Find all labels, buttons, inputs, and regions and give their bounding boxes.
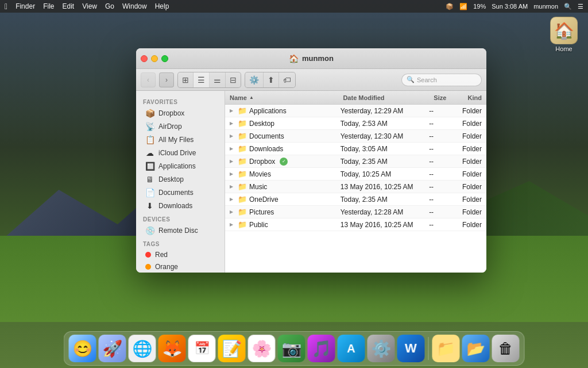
help-menu[interactable]: Help bbox=[155, 2, 169, 10]
username[interactable]: munmon bbox=[533, 3, 558, 10]
dropbox-menubar-icon[interactable]: 📦 bbox=[446, 3, 454, 10]
tag-dot-red bbox=[145, 252, 151, 258]
search-bar[interactable]: 🔍 Search bbox=[401, 74, 482, 86]
dock-facetime[interactable]: 📷 bbox=[278, 335, 305, 362]
file-kind: Folder bbox=[462, 170, 482, 178]
dock-chrome[interactable]: 🌐 bbox=[129, 335, 156, 362]
forward-button[interactable]: › bbox=[159, 72, 174, 87]
dock-photos[interactable]: 🌸 bbox=[248, 335, 276, 362]
dock-files[interactable]: 📁 bbox=[432, 335, 460, 362]
table-row[interactable]: ▶ 📁 Movies Today, 10:25 AM -- Folder bbox=[225, 168, 486, 181]
expand-arrow: ▶ bbox=[230, 197, 235, 202]
dock-sysprefs[interactable]: ⚙️ bbox=[368, 335, 395, 362]
list-view-button[interactable]: ☰ bbox=[194, 72, 210, 87]
remote-disc-icon: 💿 bbox=[145, 226, 154, 235]
sidebar-item-icloud-drive[interactable]: ☁ iCloud Drive bbox=[138, 147, 222, 159]
table-row[interactable]: ▶ 📁 Public 13 May 2016, 10:25 AM -- Fold… bbox=[225, 218, 486, 231]
home-icon-image: 🏠 bbox=[550, 17, 578, 44]
wifi-icon[interactable]: 📶 bbox=[459, 3, 467, 10]
table-row[interactable]: ▶ 📁 Documents Yesterday, 12:30 AM -- Fol… bbox=[225, 130, 486, 143]
dock-firefox[interactable]: 🦊 bbox=[158, 335, 186, 362]
tag-button[interactable]: 🏷 bbox=[279, 72, 295, 87]
view-menu[interactable]: View bbox=[82, 2, 97, 10]
dock: 😊 🚀 🌐 🦊 📅 📝 🌸 📷 🎵 A ⚙️ W 📁 📂 🗑 bbox=[64, 331, 525, 366]
file-menu[interactable]: File bbox=[43, 2, 54, 10]
file-size: -- bbox=[429, 145, 462, 153]
dock-notes[interactable]: 📝 bbox=[218, 335, 246, 362]
sidebar-item-airdrop[interactable]: 📡 AirDrop bbox=[138, 120, 222, 133]
file-name: Applications bbox=[249, 107, 287, 115]
dock-finder2[interactable]: 📂 bbox=[462, 335, 490, 362]
dock-trash[interactable]: 🗑 bbox=[492, 335, 520, 362]
sidebar-item-dropbox[interactable]: 📦 Dropbox bbox=[138, 107, 222, 120]
table-row[interactable]: ▶ 📁 Music 13 May 2016, 10:25 AM -- Folde… bbox=[225, 181, 486, 193]
dock-itunes[interactable]: 🎵 bbox=[308, 335, 335, 362]
tags-section-title: Tags bbox=[136, 237, 225, 248]
folder-icon: 📁 bbox=[238, 157, 247, 166]
edit-menu[interactable]: Edit bbox=[62, 2, 74, 10]
dock-finder[interactable]: 😊 bbox=[69, 335, 96, 362]
dock-appstore[interactable]: A bbox=[338, 335, 365, 362]
name-column-header[interactable]: Name ▲ bbox=[230, 94, 343, 101]
back-button[interactable]: ‹ bbox=[141, 72, 156, 87]
file-name: OneDrive bbox=[249, 195, 278, 204]
sort-arrow: ▲ bbox=[249, 95, 254, 100]
dock-calendar[interactable]: 📅 bbox=[188, 335, 216, 362]
apple-menu[interactable]:  bbox=[5, 2, 7, 11]
table-row[interactable]: ▶ 📁 OneDrive Today, 2:35 AM -- Folder bbox=[225, 193, 486, 206]
tag-orange-label: Orange bbox=[155, 263, 215, 271]
file-size: -- bbox=[429, 183, 462, 191]
sidebar-item-desktop[interactable]: 🖥 Desktop bbox=[138, 173, 222, 186]
table-row[interactable]: ▶ 📁 Desktop Today, 2:53 AM -- Folder bbox=[225, 117, 486, 130]
sidebar-item-documents[interactable]: 📄 Documents bbox=[138, 186, 222, 199]
finder-menu[interactable]: Finder bbox=[16, 2, 35, 10]
sidebar-item-applications[interactable]: 🔲 Applications bbox=[138, 160, 222, 172]
dock-word[interactable]: W bbox=[397, 335, 425, 362]
sidebar-item-tag-red[interactable]: Red bbox=[138, 249, 222, 260]
airdrop-icon: 📡 bbox=[145, 122, 154, 131]
file-name: Movies bbox=[249, 170, 271, 178]
file-kind: Folder bbox=[462, 145, 482, 153]
maximize-button[interactable] bbox=[161, 55, 168, 62]
file-kind: Folder bbox=[462, 195, 482, 204]
file-modified: Today, 10:25 AM bbox=[341, 170, 429, 178]
share-button[interactable]: ⬆ bbox=[264, 72, 279, 87]
desktop:  Finder File Edit View Go Window Help 📦… bbox=[0, 0, 588, 368]
file-kind: Folder bbox=[462, 183, 482, 191]
size-column-header[interactable]: Size bbox=[434, 94, 467, 101]
table-row[interactable]: ▶ 📁 Dropbox ✓ Today, 2:35 AM -- Folder bbox=[225, 155, 486, 168]
sidebar-item-all-my-files[interactable]: 📋 All My Files bbox=[138, 133, 222, 146]
close-button[interactable] bbox=[141, 55, 148, 62]
menubar-left:  Finder File Edit View Go Window Help bbox=[5, 2, 446, 11]
expand-arrow: ▶ bbox=[230, 222, 235, 227]
column-view-button[interactable]: ⚌ bbox=[210, 72, 226, 87]
table-row[interactable]: ▶ 📁 Downloads Today, 3:05 AM -- Folder bbox=[225, 143, 486, 155]
spotlight-icon[interactable]: 🔍 bbox=[564, 3, 572, 10]
expand-arrow: ▶ bbox=[230, 146, 235, 151]
folder-icon: 📁 bbox=[238, 195, 247, 204]
sidebar-item-remote-disc[interactable]: 💿 Remote Disc bbox=[138, 224, 222, 237]
desktop-icon: 🖥 bbox=[145, 175, 154, 184]
file-kind: Folder bbox=[462, 132, 482, 140]
window-menu[interactable]: Window bbox=[122, 2, 147, 10]
icon-view-button[interactable]: ⊞ bbox=[178, 72, 194, 87]
file-name: Downloads bbox=[249, 145, 283, 153]
notification-center-icon[interactable]: ☰ bbox=[578, 3, 583, 10]
minimize-button[interactable] bbox=[151, 55, 158, 62]
all-files-icon: 📋 bbox=[145, 135, 154, 144]
action-button[interactable]: ⚙️ bbox=[245, 72, 264, 87]
go-menu[interactable]: Go bbox=[105, 2, 114, 10]
modified-column-header[interactable]: Date Modified bbox=[343, 94, 434, 101]
kind-column-header[interactable]: Kind bbox=[468, 94, 482, 101]
sidebar-item-downloads[interactable]: ⬇ Downloads bbox=[138, 200, 222, 212]
file-kind: Folder bbox=[462, 221, 482, 229]
table-row[interactable]: ▶ 📁 Pictures Yesterday, 12:28 AM -- Fold… bbox=[225, 206, 486, 218]
table-row[interactable]: ▶ 📁 Applications Yesterday, 12:29 AM -- … bbox=[225, 105, 486, 117]
home-desktop-icon[interactable]: 🏠 Home bbox=[546, 16, 582, 53]
cover-flow-button[interactable]: ⊟ bbox=[226, 72, 241, 87]
sidebar-item-tag-orange[interactable]: Orange bbox=[138, 261, 222, 273]
file-kind: Folder bbox=[462, 107, 482, 115]
devices-section-title: Devices bbox=[136, 213, 225, 224]
folder-icon: 📁 bbox=[238, 182, 247, 191]
dock-launchpad[interactable]: 🚀 bbox=[99, 335, 126, 362]
